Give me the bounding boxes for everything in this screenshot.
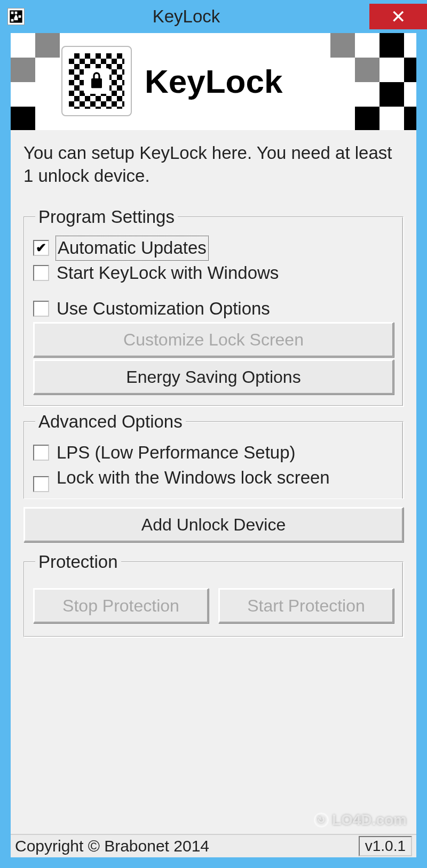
program-settings-legend: Program Settings xyxy=(35,207,178,227)
start-protection-button: Start Protection xyxy=(218,588,394,623)
add-unlock-device-button[interactable]: Add Unlock Device xyxy=(23,507,404,542)
lps-checkbox[interactable] xyxy=(33,445,49,461)
checker-decoration-left xyxy=(11,33,60,130)
auto-updates-label[interactable]: Automatic Updates xyxy=(57,237,208,260)
protection-group: Protection Stop Protection Start Protect… xyxy=(23,552,404,637)
app-window: KeyLock ✕ KeyLoc xyxy=(0,0,427,868)
banner-title: KeyLock xyxy=(145,62,282,100)
app-body: KeyLock You can setup KeyLock here. You … xyxy=(11,33,416,857)
start-with-windows-checkbox[interactable] xyxy=(33,265,49,281)
version-label: v1.0.1 xyxy=(359,836,412,856)
copyright-text: Copyright © Brabonet 2014 xyxy=(15,837,359,855)
advanced-options-legend: Advanced Options xyxy=(35,412,186,432)
advanced-options-group: Advanced Options LPS (Low Performance Se… xyxy=(23,412,404,499)
protection-legend: Protection xyxy=(35,552,121,572)
intro-text: You can setup KeyLock here. You need at … xyxy=(23,142,404,188)
watermark: ↻ LO4D.com xyxy=(314,811,407,829)
stop-protection-button: Stop Protection xyxy=(33,588,209,623)
lock-windows-label[interactable]: Lock with the Windows lock screen xyxy=(57,467,330,489)
window-title: KeyLock xyxy=(3,6,369,27)
titlebar: KeyLock ✕ xyxy=(0,0,427,33)
program-settings-group: Program Settings Automatic Updates Start… xyxy=(23,207,404,407)
energy-saving-button[interactable]: Energy Saving Options xyxy=(33,359,394,395)
banner: KeyLock xyxy=(11,33,416,130)
lock-windows-checkbox[interactable] xyxy=(33,476,49,492)
banner-logo-icon xyxy=(61,46,132,116)
checker-decoration-right xyxy=(330,33,416,130)
content-area: You can setup KeyLock here. You need at … xyxy=(11,130,416,834)
watermark-icon: ↻ xyxy=(314,813,329,827)
close-icon: ✕ xyxy=(391,6,406,27)
customize-lock-screen-button: Customize Lock Screen xyxy=(33,322,394,357)
lps-label[interactable]: LPS (Low Performance Setup) xyxy=(57,441,296,464)
close-button[interactable]: ✕ xyxy=(369,4,427,29)
use-customization-checkbox[interactable] xyxy=(33,301,49,317)
start-with-windows-label[interactable]: Start KeyLock with Windows xyxy=(57,262,279,285)
status-bar: Copyright © Brabonet 2014 v1.0.1 xyxy=(11,834,416,857)
use-customization-label[interactable]: Use Customization Options xyxy=(57,298,270,320)
auto-updates-checkbox[interactable] xyxy=(33,240,49,256)
